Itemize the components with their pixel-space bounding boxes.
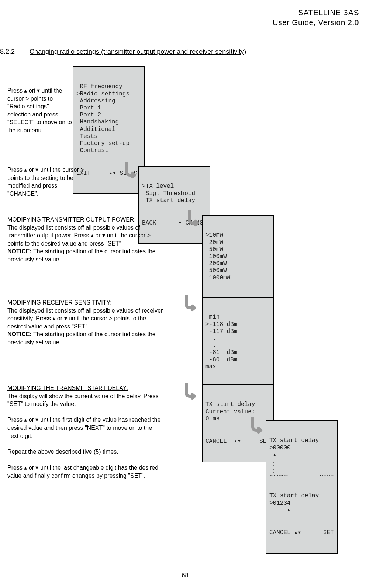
lcd7-right-softkey: SET (323, 529, 334, 536)
tx-delay-p1: The display will show the current value … (7, 393, 159, 407)
section-number: 8.2.2 (0, 48, 15, 56)
section-tx-delay: MODIFYING THE TRANSMIT START DELAY: The … (7, 384, 164, 480)
section-rx-sensitivity: MODIFYING RECEIVER SENSITIVITY: The disp… (7, 299, 164, 347)
rx-sens-heading: MODIFYING RECEIVER SENSITIVITY: (7, 299, 112, 306)
section-title: Changing radio settings (transmitter out… (30, 48, 246, 56)
lcd-tx-delay-edit-2-body: TX start delay >01234 ▴ (269, 493, 334, 514)
tx-power-heading: MODIFYING TRANSMITTER OUTPUT POWER: (7, 216, 136, 223)
page-number: 68 (0, 572, 370, 579)
lcd-main-menu-body: RF frequency >Radio settings Addressing … (76, 83, 141, 154)
tx-delay-p4: Press ▴ or ▾ until the last changeable d… (7, 465, 158, 479)
rx-sens-notice-label: NOTICE: (7, 331, 32, 337)
tx-delay-p3: Repeat the above described five (5) time… (7, 449, 118, 455)
flow-arrow-icon (124, 162, 138, 179)
lcd-tx-delay-edit-1-body: TX start delay >00000 ▴ (269, 437, 334, 459)
flow-arrow-icon (250, 417, 264, 434)
tx-power-notice-label: NOTICE: (7, 248, 32, 254)
section-tx-power: MODIFYING TRANSMITTER OUTPUT POWER: The … (7, 216, 164, 264)
lcd5-left-softkey: CANCEL ▴▾ (205, 438, 241, 445)
tx-delay-heading: MODIFYING THE TRANSMIT START DELAY: (7, 385, 128, 391)
flow-arrow-icon (186, 210, 201, 227)
flow-arrow-icon (183, 295, 198, 312)
lcd-rx-sens-body: min >-118 dBm -117 dBm . . -81 dBm -80 d… (205, 314, 270, 370)
lcd7-left-softkey: CANCEL ▴▾ (269, 529, 301, 536)
instruction-step-1: Press ▴ ori ▾ until the cursor > points … (7, 87, 72, 135)
ellipsis-dots: : : (273, 460, 274, 474)
lcd-radio-settings-body: >TX level Sig. Threshold TX start delay (142, 183, 207, 204)
tx-power-body: The displayed list consists off all poss… (7, 225, 151, 247)
header-line-1: SATELLINE-3AS (273, 7, 359, 17)
header-line-2: User Guide, Version 2.0 (273, 17, 359, 27)
page-header: SATELLINE-3AS User Guide, Version 2.0 (273, 7, 359, 28)
instruction-step-2: Press ▴ or ▾ until the cursor > points t… (7, 166, 89, 198)
lcd-tx-power-body: >10mW 20mW 50mW 100mW 200mW 500mW 1000mW (205, 232, 270, 281)
rx-sens-body: The displayed list consists off all poss… (7, 307, 163, 330)
lcd-tx-delay-edit-2: TX start delay >01234 ▴ CANCEL ▴▾ SET (266, 476, 338, 554)
tx-delay-p2: Press ▴ or ▾ until the first digit of th… (7, 417, 160, 439)
flow-arrow-icon (183, 383, 198, 400)
